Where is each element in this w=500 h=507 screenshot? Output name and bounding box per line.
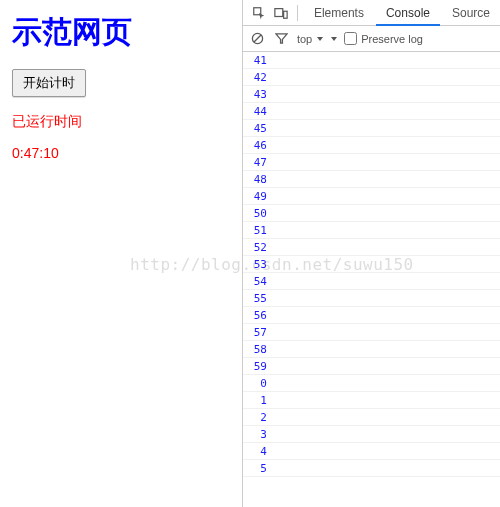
console-value: 53 [243, 258, 277, 271]
console-value: 43 [243, 88, 277, 101]
page-title: 示范网页 [12, 12, 230, 53]
console-value: 55 [243, 292, 277, 305]
console-row: 46 [243, 137, 500, 154]
console-row: 5 [243, 460, 500, 477]
console-value: 3 [243, 428, 277, 441]
svg-rect-1 [275, 8, 283, 16]
start-timer-button[interactable]: 开始计时 [12, 69, 86, 97]
console-value: 41 [243, 54, 277, 67]
console-row: 51 [243, 222, 500, 239]
console-row: 52 [243, 239, 500, 256]
tab-sources[interactable]: Source [442, 0, 500, 26]
devtools-panel: Elements Console Source top Preserve log… [242, 0, 500, 507]
console-value: 0 [243, 377, 277, 390]
console-row: 42 [243, 69, 500, 86]
svg-line-4 [254, 35, 261, 42]
elapsed-label: 已运行时间 [12, 113, 230, 131]
console-row: 55 [243, 290, 500, 307]
console-value: 2 [243, 411, 277, 424]
console-row: 1 [243, 392, 500, 409]
console-row: 49 [243, 188, 500, 205]
console-row: 53 [243, 256, 500, 273]
console-output[interactable]: 4142434445464748495051525354555657585901… [243, 52, 500, 507]
console-value: 56 [243, 309, 277, 322]
chevron-down-icon [330, 35, 338, 43]
console-row: 59 [243, 358, 500, 375]
console-row: 4 [243, 443, 500, 460]
console-value: 51 [243, 224, 277, 237]
console-row: 3 [243, 426, 500, 443]
console-row: 47 [243, 154, 500, 171]
console-toolbar: top Preserve log [243, 26, 500, 52]
preserve-log-option[interactable]: Preserve log [344, 32, 423, 45]
console-row: 45 [243, 120, 500, 137]
console-row: 2 [243, 409, 500, 426]
console-value: 5 [243, 462, 277, 475]
console-value: 45 [243, 122, 277, 135]
chevron-down-icon [316, 35, 324, 43]
console-value: 4 [243, 445, 277, 458]
console-value: 42 [243, 71, 277, 84]
console-row: 50 [243, 205, 500, 222]
tab-elements[interactable]: Elements [304, 0, 374, 26]
separator [297, 5, 298, 21]
filter-icon[interactable] [273, 30, 291, 48]
elapsed-time: 0:47:10 [12, 145, 230, 161]
svg-rect-2 [284, 11, 288, 18]
tab-console[interactable]: Console [376, 0, 440, 26]
console-value: 49 [243, 190, 277, 203]
console-row: 54 [243, 273, 500, 290]
console-value: 52 [243, 241, 277, 254]
console-value: 48 [243, 173, 277, 186]
demo-page: 示范网页 开始计时 已运行时间 0:47:10 [0, 0, 242, 507]
console-value: 47 [243, 156, 277, 169]
console-value: 54 [243, 275, 277, 288]
console-row: 44 [243, 103, 500, 120]
console-row: 41 [243, 52, 500, 69]
console-value: 58 [243, 343, 277, 356]
console-row: 48 [243, 171, 500, 188]
clear-console-icon[interactable] [249, 30, 267, 48]
context-label: top [297, 33, 312, 45]
inspect-element-icon[interactable] [249, 3, 269, 23]
console-value: 1 [243, 394, 277, 407]
console-value: 46 [243, 139, 277, 152]
console-value: 59 [243, 360, 277, 373]
console-value: 44 [243, 105, 277, 118]
preserve-log-checkbox[interactable] [344, 32, 357, 45]
console-row: 57 [243, 324, 500, 341]
console-row: 43 [243, 86, 500, 103]
console-value: 57 [243, 326, 277, 339]
console-row: 56 [243, 307, 500, 324]
device-toolbar-icon[interactable] [271, 3, 291, 23]
context-selector[interactable]: top [297, 33, 324, 45]
console-value: 50 [243, 207, 277, 220]
preserve-log-label: Preserve log [361, 33, 423, 45]
console-row: 58 [243, 341, 500, 358]
console-row: 0 [243, 375, 500, 392]
devtools-tab-bar: Elements Console Source [243, 0, 500, 26]
